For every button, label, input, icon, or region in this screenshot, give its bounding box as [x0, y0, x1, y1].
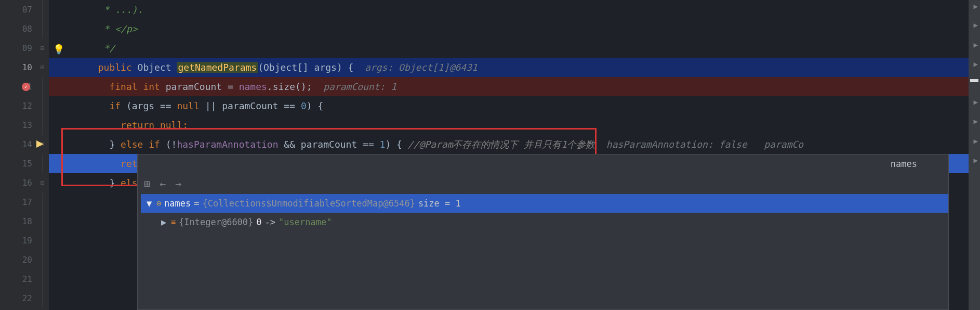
line-number[interactable]: 07: [0, 0, 36, 19]
map-value: "username": [279, 217, 332, 227]
call: .size();: [267, 81, 312, 92]
marker-icon[interactable]: ▶: [974, 98, 978, 106]
fold-line: [36, 77, 49, 96]
keyword: public: [98, 62, 132, 73]
line-number[interactable]: 14: [0, 135, 36, 154]
field-ref: hasParamAnnotation: [177, 139, 278, 150]
javadoc-comment: * </p>: [104, 23, 138, 34]
field-ref: names: [239, 81, 267, 92]
line-number[interactable]: 12: [0, 96, 36, 115]
map-entry-icon: ≡: [171, 217, 176, 227]
line-number[interactable]: 19: [0, 231, 36, 250]
fold-line: [36, 212, 49, 231]
variable-name: names: [164, 198, 191, 209]
identifier: paramCount =: [166, 81, 239, 92]
line-number[interactable]: 09: [0, 38, 36, 58]
chevron-down-icon[interactable]: ▼: [145, 198, 153, 209]
debug-toolbar: ⊞ ← →: [138, 173, 948, 194]
marker-icon[interactable]: ▶: [974, 117, 978, 125]
history-back-icon[interactable]: ←: [160, 177, 166, 190]
line-number[interactable]: 20: [0, 250, 36, 269]
line-number[interactable]: 08: [0, 19, 36, 38]
chevron-right-icon[interactable]: ▶: [160, 217, 168, 227]
line-number[interactable]: 10: [0, 58, 36, 77]
code-line[interactable]: } else if (!hasParamAnnotation && paramC…: [49, 135, 969, 154]
fold-line: [36, 96, 49, 115]
fold-toggle-icon[interactable]: [36, 173, 49, 192]
line-number[interactable]: 18: [0, 212, 36, 231]
map-key: 0: [256, 217, 261, 227]
watch-icon: ⊙: [156, 199, 161, 208]
intention-bulb-icon[interactable]: 💡: [53, 44, 62, 53]
line-number[interactable]: 11: [0, 77, 36, 96]
tree-node-child[interactable]: ▶ ≡ {Integer@6600} 0 -> "username": [141, 213, 948, 231]
javadoc-comment: * ...).: [104, 4, 143, 15]
marker-icon[interactable]: ▶: [974, 2, 978, 10]
code-line-frame[interactable]: public Object getNamedParams(Object[] ar…: [49, 58, 969, 77]
keyword: if: [109, 100, 121, 111]
code-line[interactable]: * </p>: [49, 19, 969, 38]
fold-line: [36, 154, 49, 173]
variables-tree[interactable]: ▼ ⊙ names = {Collections$UnmodifiableSor…: [138, 194, 948, 309]
marker-icon[interactable]: [970, 79, 978, 82]
javadoc-comment: */: [104, 43, 115, 54]
fold-line: [36, 289, 49, 308]
fold-toggle-icon[interactable]: [36, 58, 49, 77]
inline-debug-hint: hasParamAnnotation: false paramCo: [595, 139, 803, 150]
code-line[interactable]: * ...).: [49, 0, 969, 19]
keyword: final: [109, 81, 137, 92]
fold-line: [36, 269, 49, 289]
layout-icon[interactable]: ⊞: [144, 177, 150, 190]
fold-line: [36, 192, 49, 212]
line-number[interactable]: 16: [0, 173, 36, 192]
code-line[interactable]: if (args == null || paramCount == 0) {: [49, 96, 969, 115]
inline-debug-hint: args: Object[1]@6431: [353, 62, 477, 73]
line-number[interactable]: 15: [0, 154, 36, 173]
line-comment: //@Param不存在的情况下 并且只有1个参数: [408, 138, 595, 151]
inline-debug-hint: paramCount: 1: [312, 81, 397, 92]
line-number[interactable]: 21: [0, 269, 36, 289]
line-number[interactable]: 22: [0, 289, 36, 308]
fold-line: [36, 19, 49, 38]
method-name: getNamedParams: [177, 62, 258, 73]
error-stripe[interactable]: ▶ ▶ ▶ ▶ ▶ ▶ ▶ ▶: [969, 0, 980, 310]
tree-node-root[interactable]: ▼ ⊙ names = {Collections$UnmodifiableSor…: [141, 194, 948, 213]
code-area[interactable]: * ...). * </p> 💡 */ public Object getNam…: [49, 0, 969, 310]
code-line[interactable]: 💡 */: [49, 38, 969, 58]
popup-title: names: [138, 154, 948, 173]
marker-icon[interactable]: ▶: [974, 41, 978, 49]
fold-line: [36, 0, 49, 19]
fold-toggle-icon[interactable]: [36, 38, 49, 58]
breakpoint-icon[interactable]: [22, 83, 30, 91]
keyword: return: [121, 120, 154, 131]
keyword: int: [143, 81, 160, 92]
debug-evaluate-popup[interactable]: names ⊞ ← → ▼ ⊙ names = {Collections$Unm…: [137, 154, 949, 310]
line-number[interactable]: 13: [0, 115, 36, 135]
type: Object: [138, 62, 171, 73]
variable-type: {Collections$UnmodifiableSortedMap@6546}: [202, 198, 415, 209]
variable-extra: size = 1: [418, 198, 461, 209]
fold-line: [36, 115, 49, 135]
keyword: else if: [121, 139, 160, 150]
code-editor: 07 08 09 10 11 12 13 14 15 16 17 18 19 2…: [0, 0, 980, 310]
history-forward-icon[interactable]: →: [175, 177, 181, 190]
code-line[interactable]: return null;: [49, 115, 969, 135]
line-number[interactable]: 17: [0, 192, 36, 212]
marker-icon[interactable]: ▶: [974, 21, 978, 29]
marker-icon[interactable]: ▶: [974, 156, 978, 164]
line-number-gutter: 07 08 09 10 11 12 13 14 15 16 17 18 19 2…: [0, 0, 36, 310]
fold-gutter: [36, 0, 49, 310]
marker-icon[interactable]: ▶: [974, 137, 978, 145]
fold-line: [36, 231, 49, 250]
fold-line: [36, 250, 49, 269]
code-line-breakpoint[interactable]: final int paramCount = names.size(); par…: [49, 77, 969, 96]
signature: (Object[] args) {: [258, 62, 353, 73]
marker-icon[interactable]: ▶: [974, 60, 978, 68]
variable-type: {Integer@6600}: [179, 217, 253, 227]
